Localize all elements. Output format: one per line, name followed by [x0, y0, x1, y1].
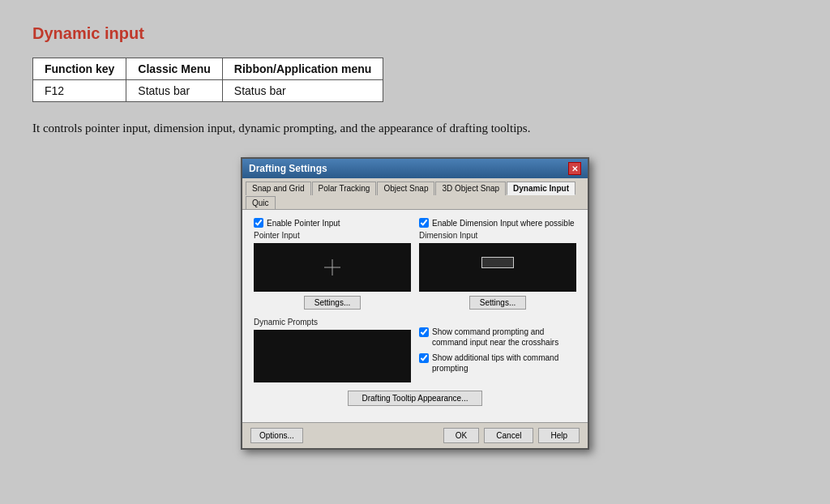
footer-right: OK Cancel Help	[443, 428, 580, 443]
table-cell-f12: F12	[33, 80, 126, 102]
prompts-options: Show command prompting and command input…	[419, 318, 576, 382]
show-additional-tips-checkbox[interactable]	[419, 353, 429, 363]
pointer-input-section: Enable Pointer Input Pointer Input Setti…	[254, 218, 411, 310]
help-button[interactable]: Help	[538, 428, 580, 443]
pointer-settings-button[interactable]: Settings...	[304, 296, 361, 310]
function-key-table: Function key Classic Menu Ribbon/Applica…	[32, 58, 383, 102]
cancel-button[interactable]: Cancel	[484, 428, 533, 443]
tab-object-snap[interactable]: Object Snap	[377, 182, 434, 195]
dimension-input-label: Dimension Input	[419, 231, 576, 240]
tab-3d-object-snap[interactable]: 3D Object Snap	[435, 182, 506, 195]
dimension-input-section: Enable Dimension Input where possible Di…	[419, 218, 576, 310]
table-header-function-key: Function key	[33, 58, 126, 80]
show-command-prompting-label[interactable]: Show command prompting and command input…	[419, 327, 576, 348]
tab-quick[interactable]: Quic	[246, 196, 276, 209]
dialog-title: Drafting Settings	[249, 163, 327, 174]
drafting-tooltip-appearance-button[interactable]: Drafting Tooltip Appearance...	[348, 391, 481, 406]
drafting-settings-dialog: Drafting Settings ✕ Snap and Grid Polar …	[241, 157, 589, 450]
pointer-input-preview	[254, 243, 411, 292]
tab-polar-tracking[interactable]: Polar Tracking	[312, 182, 377, 195]
dialog-footer: Options... OK Cancel Help	[242, 422, 588, 448]
ok-button[interactable]: OK	[443, 428, 479, 443]
enable-dimension-input-checkbox[interactable]	[419, 218, 429, 228]
show-command-prompting-checkbox[interactable]	[419, 327, 429, 337]
dialog-tabs: Snap and Grid Polar Tracking Object Snap…	[242, 178, 588, 210]
description-text: It controls pointer input, dimension inp…	[32, 118, 798, 138]
dimension-input-preview	[419, 243, 576, 292]
dynamic-prompts-section: Dynamic Prompts Show command prompting a…	[254, 318, 576, 382]
table-cell-ribbon: Status bar	[222, 80, 383, 102]
enable-dimension-input-label[interactable]: Enable Dimension Input where possible	[419, 218, 576, 228]
table-header-classic-menu: Classic Menu	[126, 58, 222, 80]
tab-snap-grid[interactable]: Snap and Grid	[246, 182, 311, 195]
dynamic-prompts-left: Dynamic Prompts	[254, 318, 411, 382]
table-header-ribbon-menu: Ribbon/Application menu	[222, 58, 383, 80]
dimension-settings-button[interactable]: Settings...	[469, 296, 526, 310]
show-additional-tips-label[interactable]: Show additional tips with command prompt…	[419, 352, 576, 374]
dialog-backdrop: Drafting Settings ✕ Snap and Grid Polar …	[32, 157, 798, 450]
dynamic-prompts-label: Dynamic Prompts	[254, 318, 411, 327]
pointer-input-label: Pointer Input	[254, 231, 411, 240]
dialog-body: Enable Pointer Input Pointer Input Setti…	[242, 210, 588, 422]
options-button[interactable]: Options...	[250, 428, 303, 443]
table-row: F12 Status bar Status bar	[33, 80, 383, 102]
tooltip-btn-row: Drafting Tooltip Appearance...	[254, 391, 576, 406]
page-title: Dynamic input	[32, 24, 798, 43]
enable-pointer-input-checkbox[interactable]	[254, 218, 263, 228]
dimension-box-icon	[481, 257, 514, 268]
pointer-dimension-section: Enable Pointer Input Pointer Input Setti…	[254, 218, 576, 310]
dialog-titlebar: Drafting Settings ✕	[242, 159, 588, 178]
dynamic-prompts-preview	[254, 330, 411, 382]
footer-left: Options...	[250, 428, 303, 443]
table-cell-classic: Status bar	[126, 80, 222, 102]
dialog-close-button[interactable]: ✕	[568, 162, 581, 175]
enable-pointer-input-label[interactable]: Enable Pointer Input	[254, 218, 411, 228]
tab-dynamic-input[interactable]: Dynamic Input	[507, 182, 575, 195]
